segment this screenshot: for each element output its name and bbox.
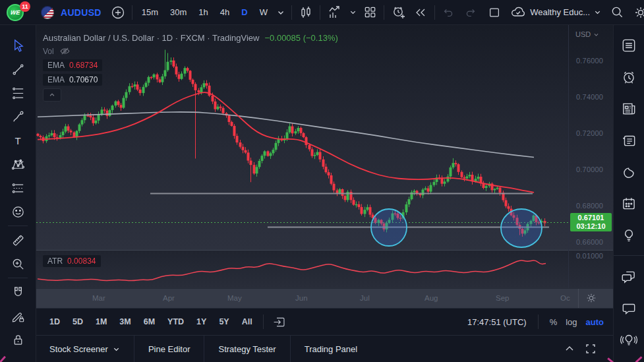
broker-logo[interactable]: WE 11 (7, 3, 26, 22)
tradingview-app: { "topbar": { "logo": {"text": "WE", "ba… (0, 0, 644, 362)
data-window-icon[interactable] (616, 125, 642, 156)
price-change: −0.00085 (−0.13%) (264, 33, 337, 43)
range-all[interactable]: All (240, 316, 254, 328)
atr-legend[interactable]: ATR0.00834 (43, 255, 101, 267)
cloud-account-menu[interactable]: Wealthy Educ... (510, 5, 601, 20)
forecast-tool-icon[interactable] (6, 176, 30, 200)
month-label: Aug (424, 294, 438, 302)
top-toolbar: WE 11 AUDUSD 15m 30m 1h 4h D W (0, 0, 644, 25)
watchlist-icon[interactable] (616, 30, 642, 61)
tab-trading-panel[interactable]: Trading Panel (291, 336, 371, 362)
range-6m[interactable]: 6M (142, 316, 157, 328)
price-axis-label: 0.68000 (576, 202, 603, 210)
fullscreen-icon[interactable] (585, 344, 596, 354)
go-to-date-icon[interactable] (272, 315, 286, 329)
alert-plus-icon[interactable] (391, 5, 407, 20)
tab-stock-screener[interactable]: Stock Screener (49, 336, 134, 362)
volume-indicator-label[interactable]: Vol (43, 47, 54, 56)
chart-legend: Australian Dollar / U.S. Dollar · 1D · F… (43, 33, 338, 102)
price-axis[interactable]: USD 0.760000.740000.720000.700000.680000… (568, 25, 613, 288)
private-chats-icon[interactable] (616, 261, 642, 293)
account-name: Wealthy Educ... (530, 7, 590, 17)
clock-utc[interactable]: 17:47:51 (UTC) (467, 317, 527, 327)
symbol-title[interactable]: Australian Dollar / U.S. Dollar · 1D · F… (43, 33, 259, 43)
measure-ruler-tool-icon[interactable] (6, 228, 30, 252)
price-axis-label: 0.74000 (576, 93, 603, 101)
tab-strategy-tester[interactable]: Strategy Tester (204, 336, 289, 362)
calendar-icon[interactable] (616, 188, 642, 220)
drawing-toolbar: T (0, 25, 36, 362)
drawing-pencil-lock-icon[interactable] (6, 304, 30, 328)
redo-icon[interactable] (463, 5, 477, 20)
timeframes-chevron-down-icon[interactable] (277, 9, 285, 16)
audusd-flags-icon[interactable] (41, 6, 54, 19)
bar-replay-icon[interactable] (413, 5, 428, 20)
zoom-in-tool-icon[interactable] (6, 252, 30, 276)
streams-icon[interactable] (616, 324, 642, 356)
lock-all-drawings-icon[interactable] (6, 328, 30, 351)
pane-divider[interactable] (569, 250, 613, 251)
undo-icon[interactable] (442, 5, 456, 20)
timeframe-15m[interactable]: 15m (139, 6, 161, 18)
price-axis-label: 0.70000 (576, 166, 603, 173)
atr-axis-label: 0.01000 (576, 252, 603, 260)
trend-line-tool-icon[interactable] (6, 57, 30, 81)
price-axis-label: 0.66000 (576, 238, 603, 246)
public-chat-icon[interactable] (616, 293, 642, 324)
month-label: Jul (360, 294, 370, 302)
text-tool-icon[interactable]: T (6, 129, 30, 152)
currency-axis-dropdown[interactable]: USD (575, 30, 599, 38)
news-icon[interactable] (616, 93, 642, 125)
range-1y[interactable]: 1Y (194, 316, 208, 328)
time-axis[interactable]: MarAprMayJunJulAugSepOc (36, 288, 613, 308)
ema-fast-legend[interactable]: EMA0.68734 (43, 59, 102, 71)
last-price-label: 0.67101 03:12:10 (570, 213, 612, 231)
month-label: Oc (560, 294, 570, 302)
cloud-saved-icon (510, 5, 526, 20)
settings-gear-icon[interactable] (633, 5, 644, 20)
range-toolbar: 1D 5D 1M 3M 6M YTD 1Y 5Y All 17:47:51 (U… (36, 308, 613, 336)
eye-hidden-icon[interactable] (59, 45, 71, 57)
timeframe-1d-active[interactable]: D (239, 6, 250, 18)
range-1m[interactable]: 1M (94, 316, 109, 328)
search-icon[interactable] (610, 5, 624, 19)
ideas-lightbulb-icon[interactable] (616, 220, 642, 251)
percent-scale-toggle[interactable]: % (550, 317, 558, 327)
range-1d[interactable]: 1D (47, 316, 62, 328)
auto-scale-toggle[interactable]: auto (586, 317, 604, 327)
timeframe-1w[interactable]: W (257, 6, 270, 18)
notification-badge: 11 (20, 1, 30, 12)
tab-pine-editor[interactable]: Pine Editor (134, 336, 204, 362)
indicators-chevron-down-icon[interactable] (349, 9, 357, 16)
hotlists-icon[interactable] (616, 156, 642, 188)
month-label: Jun (295, 294, 308, 302)
symbol-name[interactable]: AUDUSD (61, 7, 102, 18)
price-axis-label: 0.76000 (576, 57, 603, 65)
compare-add-icon[interactable] (111, 5, 125, 20)
emoji-tool-icon[interactable] (6, 200, 30, 224)
indicators-icon[interactable] (327, 5, 343, 20)
xabcd-pattern-tool-icon[interactable] (6, 152, 30, 176)
snapshot-square-icon[interactable] (488, 6, 501, 19)
range-ytd[interactable]: YTD (165, 316, 186, 328)
range-5d[interactable]: 5D (71, 316, 85, 328)
legend-collapse-button[interactable] (43, 88, 61, 102)
range-5y[interactable]: 5Y (217, 316, 231, 328)
timeframe-4h[interactable]: 4h (218, 6, 232, 18)
timeframe-1h[interactable]: 1h (196, 6, 210, 18)
alerts-icon[interactable] (616, 61, 642, 93)
cursor-tool-icon[interactable] (6, 34, 30, 57)
timeframe-30m[interactable]: 30m (167, 6, 189, 18)
time-axis-settings-gear-icon[interactable] (585, 291, 598, 305)
magnet-tool-icon[interactable] (6, 280, 30, 304)
fib-retracement-tool-icon[interactable] (6, 81, 30, 105)
brush-tool-icon[interactable] (6, 105, 30, 129)
chart-style-candles-icon[interactable] (299, 5, 313, 20)
price-axis-label: 0.72000 (576, 129, 603, 137)
ema-slow-legend[interactable]: EMA0.70670 (43, 74, 102, 86)
log-scale-toggle[interactable]: log (566, 317, 577, 327)
chart-panes[interactable]: Australian Dollar / U.S. Dollar · 1D · F… (36, 25, 613, 288)
layout-grid-icon[interactable] (363, 5, 377, 19)
range-3m[interactable]: 3M (117, 316, 132, 328)
panel-collapse-chevron-icon[interactable] (564, 344, 575, 354)
